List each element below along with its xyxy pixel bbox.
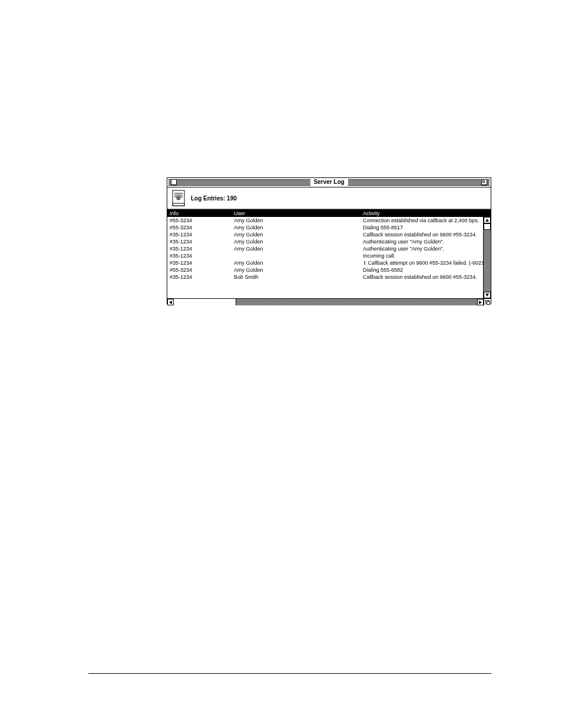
table-row[interactable]: #55-3234Amy Golden Dialing 555-6582: [167, 266, 483, 274]
cell-info: #55-3234: [167, 218, 232, 223]
column-header-user[interactable]: User: [232, 210, 361, 216]
cell-info: #55-3234: [167, 267, 232, 273]
cell-info: #35-1234: [167, 239, 232, 245]
cell-user: Amy Golden: [232, 218, 361, 223]
cell-user: Bob Smith: [232, 274, 361, 280]
zoom-box-icon[interactable]: [481, 179, 487, 185]
hscroll-left-pane: [174, 299, 236, 305]
hscroll-track[interactable]: [236, 299, 477, 305]
cell-info: #35-1234: [167, 232, 232, 238]
cell-activity-text: Dialing 555-6582: [363, 267, 403, 273]
cell-activity-text: Connection established via callback at 2…: [363, 218, 479, 223]
cell-activity: Callback session established on 9600 #55…: [361, 232, 483, 238]
cell-user: Amy Golden: [232, 260, 361, 266]
table-row[interactable]: #55-3234Amy Golden Connection establishe…: [167, 217, 483, 224]
bottom-scroll-row: [167, 298, 491, 305]
cell-activity-text: Dialing 555-8517: [363, 225, 403, 230]
cell-activity: Connection established via callback at 2…: [361, 218, 483, 223]
cell-activity: Authenticating user "Amy Golden".: [361, 239, 483, 245]
cell-activity: Authenticating user "Amy Golden".: [361, 246, 483, 252]
cell-activity-text: Incoming call.: [363, 253, 395, 259]
cell-user: Amy Golden: [232, 232, 361, 238]
table-row[interactable]: #35-1234 Incoming call.: [167, 252, 483, 259]
cell-user: Amy Golden: [232, 239, 361, 245]
info-strip: Log Entries: 190: [167, 187, 491, 209]
cell-info: #35-1234: [167, 260, 232, 266]
table-row[interactable]: #35-1234Amy Golden Authenticating user "…: [167, 238, 483, 245]
column-header-info[interactable]: Info: [167, 210, 232, 216]
cell-activity-text: Callback session established on 9600 #55…: [363, 274, 477, 280]
svg-rect-1: [173, 203, 184, 206]
scroll-thumb[interactable]: [484, 223, 491, 230]
log-document-icon: [172, 190, 185, 206]
table-row[interactable]: #35-1234Amy Golden Authenticating user "…: [167, 245, 483, 252]
cell-activity: Callback session established on 9600 #55…: [361, 274, 483, 280]
cell-info: #35-1234: [167, 253, 232, 259]
page-footer-rule: [88, 673, 491, 674]
close-box-icon[interactable]: [171, 179, 177, 185]
cell-info: #55-3234: [167, 225, 232, 230]
cell-activity-text: Authenticating user "Amy Golden".: [363, 239, 444, 245]
grow-box-icon[interactable]: [484, 299, 491, 305]
scroll-up-icon[interactable]: [484, 217, 491, 223]
table-row[interactable]: #55-3234Amy Golden Dialing 555-8517: [167, 224, 483, 231]
cell-info: #35-1234: [167, 274, 232, 280]
log-entries-count: Log Entries: 190: [191, 195, 237, 202]
cell-user: Amy Golden: [232, 267, 361, 273]
scroll-down-icon[interactable]: [484, 292, 491, 298]
table-row[interactable]: #35-1234Bob Smith Callback session estab…: [167, 274, 483, 281]
table-body: #55-3234Amy Golden Connection establishe…: [167, 217, 491, 298]
titlebar[interactable]: Server Log: [167, 178, 491, 187]
cell-activity-text: Callback attempt on 9600 #55-3234 failed…: [366, 260, 483, 266]
cell-activity: Incoming call.: [361, 253, 483, 259]
cell-info: #35-1234: [167, 246, 232, 252]
table-row[interactable]: #35-1234Amy Golden! Callback attempt on …: [167, 259, 483, 266]
cell-activity: Dialing 555-8517: [361, 225, 483, 230]
table-row[interactable]: #35-1234Amy Golden Callback session esta…: [167, 231, 483, 238]
column-header-activity[interactable]: Activity: [361, 210, 491, 216]
cell-activity-text: Authenticating user "Amy Golden".: [363, 246, 444, 252]
horizontal-scrollbar[interactable]: [167, 299, 484, 305]
cell-user: Amy Golden: [232, 246, 361, 252]
cell-activity: Dialing 555-6582: [361, 267, 483, 273]
vertical-scrollbar[interactable]: [483, 217, 491, 298]
cell-activity: ! Callback attempt on 9600 #55-3234 fail…: [361, 260, 483, 266]
server-log-window: Server Log Log Entries: 190 I: [167, 177, 491, 304]
scroll-left-icon[interactable]: [167, 299, 174, 305]
column-header-row: Info User Activity: [167, 209, 491, 217]
cell-activity-text: Callback session established on 9600 #55…: [363, 232, 477, 238]
window-title: Server Log: [310, 179, 348, 186]
cell-user: Amy Golden: [232, 225, 361, 230]
scroll-right-icon[interactable]: [477, 299, 484, 305]
